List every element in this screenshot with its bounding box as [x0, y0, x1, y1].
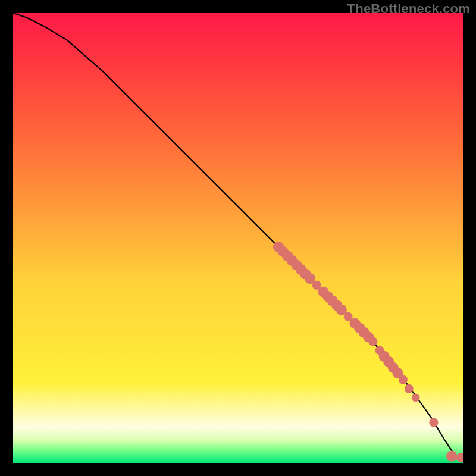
data-marker: [412, 394, 420, 402]
bottleneck-curve: [13, 13, 463, 458]
data-markers: [273, 242, 463, 462]
plot-area: [13, 13, 463, 463]
data-marker: [446, 451, 457, 462]
data-marker: [405, 384, 414, 393]
data-marker: [429, 418, 438, 427]
watermark-text: TheBottleneck.com: [347, 1, 470, 17]
data-marker: [368, 337, 377, 346]
curve-layer: [13, 13, 463, 463]
data-marker: [399, 375, 408, 384]
chart-stage: TheBottleneck.com: [0, 0, 476, 476]
